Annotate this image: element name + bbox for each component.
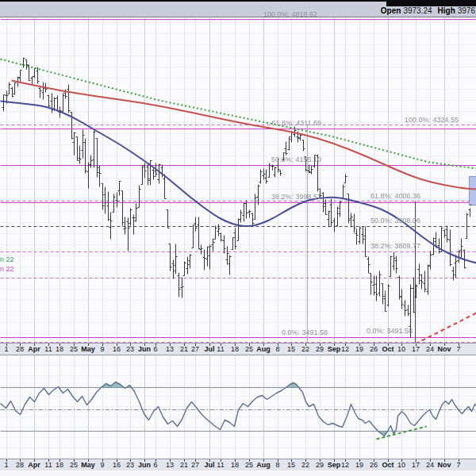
axis-tick-label: Jul: [204, 345, 214, 353]
top-right-black-bar: [386, 0, 476, 6]
axis-tick-label: 23: [126, 461, 134, 469]
axis-tick-label: 7: [456, 345, 460, 353]
axis-tick-label: 11: [217, 345, 224, 353]
axis-tick-label: Jun: [138, 461, 151, 469]
axis-tick-label: 28: [16, 345, 24, 353]
axis-tick-label: 25: [70, 461, 78, 469]
axis-tick-label: 16: [113, 461, 121, 469]
axis-tick-label: 11: [44, 345, 52, 353]
axis-tick-label: Sep: [328, 461, 341, 469]
axis-tick-label: Oct: [382, 461, 393, 469]
axis-tick-label: Nov: [437, 461, 451, 469]
axis-tick-label: 21: [180, 345, 188, 353]
axis-tick-label: 23: [126, 345, 134, 353]
axis-tick-label: 17: [412, 461, 420, 469]
axis-tick-label: 19: [355, 345, 363, 353]
open-value: 3973.24: [403, 6, 432, 15]
axis-tick-label: 22: [301, 345, 309, 353]
axis-tick-label: 12: [341, 345, 349, 353]
axis-tick-label: Nov: [437, 345, 451, 353]
axis-tick-label: Jun: [138, 345, 151, 353]
axis-tick-label: 11: [217, 461, 224, 469]
axis-tick-label: 1: [4, 461, 8, 469]
axis-tick-label: 8: [275, 345, 279, 353]
axis-tick-label: 28: [16, 461, 24, 469]
axis-tick-label: 15: [287, 345, 295, 353]
axis-tick-label: 9: [100, 461, 104, 469]
axis-tick-label: May: [81, 461, 95, 469]
axis-tick-label: Apr: [28, 461, 40, 469]
axis-tick-label: 25: [245, 461, 253, 469]
axis-tick-label: 18: [56, 345, 63, 353]
axis-tick-label: 16: [113, 345, 121, 353]
axis-tick-label: 10: [397, 345, 405, 353]
axis-tick-label: 18: [231, 345, 239, 353]
axis-tick-label: 15: [287, 461, 295, 469]
axis-tick-label: 9: [100, 345, 104, 353]
axis-tick-label: 26: [370, 345, 378, 353]
axis-tick-label: Oct: [382, 345, 393, 353]
axis-tick-label: 17: [412, 345, 420, 353]
axis-tick-label: 6: [153, 461, 157, 469]
date-axis-indicator: 128Apr111825May91623Jun6132127Jul111825A…: [0, 459, 476, 471]
axis-tick-label: 25: [70, 345, 78, 353]
axis-tick-label: 29: [316, 461, 324, 469]
axis-tick-label: Jul: [204, 461, 214, 469]
axis-tick-label: Aug: [256, 461, 271, 469]
high-value: 3976: [458, 6, 475, 15]
high-label: High: [438, 6, 455, 15]
date-axis-main: 128Apr111825May91623Jun6132127Jul111825A…: [0, 343, 476, 355]
axis-tick-label: 1: [4, 345, 8, 353]
axis-tick-label: May: [81, 345, 95, 353]
axis-tick-label: 18: [231, 461, 239, 469]
axis-tick-label: 19: [355, 461, 363, 469]
axis-tick-label: 27: [191, 461, 199, 469]
axis-tick-label: 26: [370, 461, 378, 469]
axis-tick-label: 6: [153, 345, 157, 353]
axis-tick-label: 13: [166, 345, 174, 353]
chart-window: Open3973.24High3976 100.0%: 4818.6261.8%…: [0, 0, 476, 476]
bottom-filler: [0, 470, 476, 476]
axis-tick-label: 24: [426, 345, 434, 353]
axis-tick-label: 11: [44, 461, 52, 469]
axis-tick-label: 21: [180, 461, 188, 469]
axis-tick-label: Aug: [256, 345, 271, 353]
axis-tick-label: 22: [301, 461, 309, 469]
axis-tick-label: 27: [191, 345, 199, 353]
axis-tick-label: 29: [316, 345, 324, 353]
axis-tick-label: 18: [56, 461, 63, 469]
axis-tick-label: 13: [166, 461, 174, 469]
open-label: Open: [381, 6, 401, 15]
price-chart-canvas[interactable]: [0, 0, 476, 476]
axis-tick-label: 24: [426, 461, 434, 469]
axis-tick-label: 7: [456, 461, 460, 469]
axis-tick-label: 25: [245, 345, 253, 353]
axis-tick-label: 8: [275, 461, 279, 469]
quote-summary: Open3973.24High3976: [381, 6, 476, 15]
axis-tick-label: Apr: [28, 345, 40, 353]
axis-tick-label: Sep: [328, 345, 341, 353]
axis-tick-label: 12: [341, 461, 349, 469]
header-bar: Open3973.24High3976: [0, 0, 476, 17]
axis-tick-label: 10: [397, 461, 405, 469]
